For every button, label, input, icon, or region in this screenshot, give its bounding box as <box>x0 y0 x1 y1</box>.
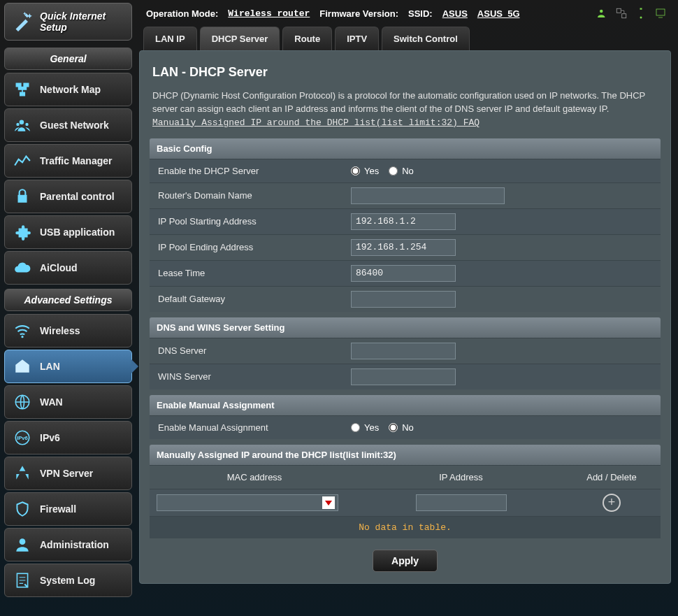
fw-label: Firmware Version: <box>319 8 398 19</box>
sidebar-item-label: AiCloud <box>40 262 78 273</box>
dns-server-input[interactable] <box>351 343 456 359</box>
ip-address-input[interactable] <box>416 494 507 511</box>
sidebar-item-firewall[interactable]: Firewall <box>4 492 132 526</box>
globe-icon <box>13 393 31 411</box>
sidebar-item-guest-network[interactable]: Guest Network <box>4 108 132 142</box>
lease-time-input[interactable] <box>351 265 456 282</box>
cloud-icon <box>13 259 31 277</box>
enable-dhcp-yes[interactable]: Yes <box>351 166 379 176</box>
sidebar-item-system-log[interactable]: System Log <box>4 564 132 597</box>
svg-rect-12 <box>656 9 665 15</box>
section-table-header: Manually Assigned IP around the DHCP lis… <box>150 445 661 465</box>
enable-dhcp-no[interactable]: No <box>389 166 414 176</box>
lock-icon <box>13 187 31 206</box>
svg-rect-0 <box>16 83 20 86</box>
sidebar-item-label: Guest Network <box>40 120 109 131</box>
domain-name-label: Router's Domain Name <box>150 184 344 207</box>
svg-rect-2 <box>20 92 25 95</box>
log-icon <box>13 571 31 589</box>
quick-setup-button[interactable]: Quick Internet Setup <box>4 3 132 41</box>
sidebar-item-vpn-server[interactable]: VPN Server <box>4 457 132 490</box>
sidebar-item-label: VPN Server <box>40 468 93 479</box>
sidebar-item-label: Network Map <box>40 84 101 95</box>
apply-button[interactable]: Apply <box>373 550 438 572</box>
usb-status-icon[interactable] <box>635 7 647 20</box>
section-manual-header: Enable Manual Assignment <box>150 395 661 415</box>
tab-switch-control[interactable]: Switch Control <box>382 27 470 50</box>
network-map-icon <box>13 80 31 99</box>
col-mac-header: MAC address <box>150 466 359 489</box>
sidebar-advanced-header: Advanced Settings <box>4 289 132 311</box>
sidebar-item-label: Parental control <box>40 191 115 202</box>
link-status-icon[interactable] <box>615 7 628 20</box>
wifi-icon <box>13 322 31 340</box>
svg-text:IPv6: IPv6 <box>17 435 28 441</box>
sidebar-item-wan[interactable]: WAN <box>4 385 132 419</box>
table-nodata: No data in table. <box>150 516 661 538</box>
op-mode-value[interactable]: Wireless router <box>228 8 310 19</box>
sidebar-item-label: Traffic Manager <box>40 155 112 166</box>
admin-icon <box>13 536 31 554</box>
svg-point-3 <box>21 336 23 338</box>
faq-link[interactable]: Manually Assigned IP around the DHCP lis… <box>152 117 479 128</box>
default-gateway-label: Default Gateway <box>150 287 344 310</box>
add-row-button[interactable]: + <box>603 494 621 512</box>
sidebar-item-label: LAN <box>40 361 60 372</box>
sidebar-item-traffic-manager[interactable]: Traffic Manager <box>4 144 132 178</box>
shield-icon <box>13 500 31 518</box>
device-status-icon[interactable] <box>654 7 667 20</box>
sidebar-item-label: IPv6 <box>40 432 60 443</box>
wins-server-input[interactable] <box>351 368 456 385</box>
chevron-down-icon <box>322 496 335 509</box>
pool-start-input[interactable] <box>351 213 456 230</box>
sidebar-item-ipv6[interactable]: IPv6 IPv6 <box>4 421 132 454</box>
sidebar-item-aicloud[interactable]: AiCloud <box>4 251 132 285</box>
guest-network-icon <box>13 116 31 134</box>
domain-name-input[interactable] <box>351 187 505 204</box>
ssid-value-1[interactable]: ASUS <box>442 8 468 19</box>
tab-iptv[interactable]: IPTV <box>335 27 379 50</box>
sidebar-general-header: General <box>4 48 132 70</box>
default-gateway-input[interactable] <box>351 291 456 308</box>
ssid-label: SSID: <box>408 8 433 19</box>
wins-server-label: WINS Server <box>150 365 344 388</box>
section-basic-header: Basic Config <box>150 138 661 159</box>
sidebar-item-label: Wireless <box>40 325 80 336</box>
col-ip-header: IP Address <box>359 466 563 489</box>
sidebar-item-label: Firewall <box>40 503 76 515</box>
vpn-icon <box>13 464 31 482</box>
sidebar-item-label: USB application <box>40 227 115 238</box>
sidebar-item-usb-application[interactable]: USB application <box>4 215 132 249</box>
enable-dhcp-label: Enable the DHCP Server <box>150 159 344 182</box>
sidebar-item-network-map[interactable]: Network Map <box>4 73 132 106</box>
mac-address-select[interactable] <box>157 494 338 511</box>
svg-rect-10 <box>622 14 626 18</box>
sidebar-item-label: System Log <box>40 575 95 586</box>
svg-point-11 <box>640 17 642 19</box>
page-description: DHCP (Dynamic Host Configuration Protoco… <box>152 89 658 130</box>
sidebar-item-administration[interactable]: Administration <box>4 528 132 561</box>
sidebar-item-wireless[interactable]: Wireless <box>4 314 132 348</box>
section-dns-header: DNS and WINS Server Setting <box>150 317 661 338</box>
pool-end-label: IP Pool Ending Address <box>150 236 344 259</box>
enable-manual-yes[interactable]: Yes <box>351 422 379 433</box>
pool-end-input[interactable] <box>351 239 456 256</box>
users-status-icon[interactable] <box>596 7 608 20</box>
op-mode-label: Operation Mode: <box>146 8 218 19</box>
quick-setup-label: Quick Internet Setup <box>40 10 123 33</box>
tab-route[interactable]: Route <box>282 27 332 50</box>
tab-lan-ip[interactable]: LAN IP <box>143 27 197 50</box>
ssid-value-2[interactable]: ASUS_5G <box>477 8 520 19</box>
tab-dhcp-server[interactable]: DHCP Server <box>200 27 280 50</box>
enable-manual-label: Enable Manual Assignment <box>150 416 344 439</box>
svg-point-7 <box>20 538 26 545</box>
enable-manual-no[interactable]: No <box>389 422 414 433</box>
wand-icon <box>13 12 33 31</box>
col-action-header: Add / Delete <box>563 466 661 489</box>
sidebar-item-parental-control[interactable]: Parental control <box>4 180 132 213</box>
topbar: Operation Mode: Wireless router Firmware… <box>139 6 671 27</box>
page-title: LAN - DHCP Server <box>152 65 658 80</box>
dns-server-label: DNS Server <box>150 339 344 362</box>
sidebar-item-lan[interactable]: LAN <box>4 350 132 383</box>
svg-rect-9 <box>616 8 621 13</box>
